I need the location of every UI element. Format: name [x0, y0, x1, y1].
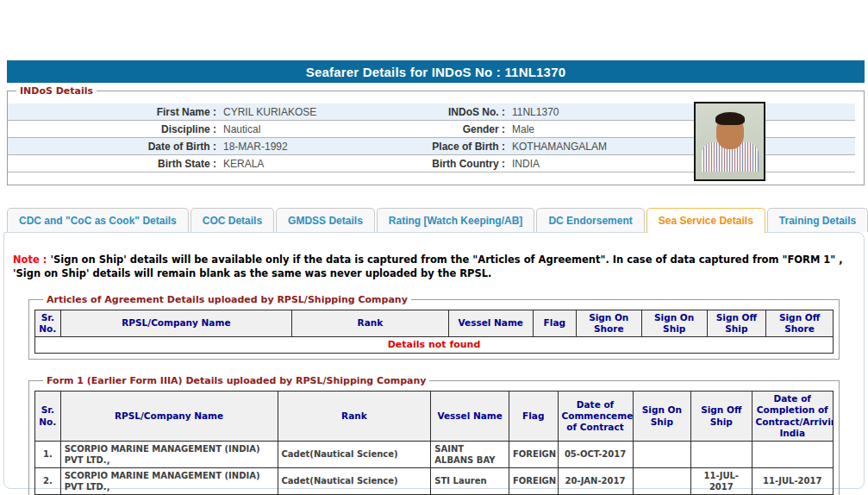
field-label: Discipline :	[8, 123, 223, 135]
tab-gmdss-details[interactable]: GMDSS Details	[276, 208, 375, 232]
articles-table-body: Details not found	[35, 336, 834, 353]
tab-sea-service-details[interactable]: Sea Service Details	[646, 208, 765, 233]
empty-row: Details not found	[35, 336, 834, 353]
field-value: KOTHAMANGALAM	[512, 141, 855, 153]
field-label: Date of Birth :	[8, 141, 223, 153]
column-header: Sign On Ship	[633, 392, 691, 442]
tab-dc-endorsement[interactable]: DC Endorsement	[536, 208, 644, 232]
column-header: Flag	[509, 392, 558, 442]
cell: SAINT ALBANS BAY	[431, 441, 509, 467]
column-header: Flag	[533, 310, 576, 336]
photo-face	[716, 115, 744, 149]
column-header: Vessel Name	[431, 392, 509, 442]
articles-of-agreement-table: Sr. No.RPSL/Company NameRankVessel NameF…	[34, 310, 834, 354]
field-value: CYRIL KURIAKOSE	[223, 106, 400, 118]
cell: Cadet(Nautical Science)	[278, 441, 431, 467]
column-header: Sign On Shore	[576, 310, 641, 336]
table-row: 1.SCORPIO MARINE MANAGEMENT (INDIA) PVT …	[35, 441, 834, 467]
field-value: 11NL1370	[512, 106, 855, 118]
field-label: Birth State :	[8, 158, 223, 170]
column-header: RPSL/Company Name	[60, 310, 292, 336]
cell: 1.	[35, 441, 61, 467]
field-label: Place of Birth :	[400, 141, 512, 153]
empty-message: Details not found	[35, 336, 834, 353]
field-label: Birth Country :	[400, 158, 512, 170]
cell	[752, 441, 834, 467]
column-header: Vessel Name	[448, 310, 533, 336]
field-value: KERALA	[223, 158, 400, 170]
column-header: Date of Commencement of Contract	[558, 392, 633, 442]
cell: 11-JUL-2017	[691, 467, 752, 494]
header-row: Sr. No.RPSL/Company NameRankVessel NameF…	[35, 310, 834, 336]
cell: 11-JUL-2017	[752, 467, 834, 494]
cell	[633, 441, 691, 467]
field-label: First Name :	[8, 106, 223, 118]
column-header: Sign On Ship	[641, 310, 707, 336]
indos-details-legend: INDoS Details	[16, 85, 97, 97]
column-header: Date of Completion of Contract/Arriving …	[752, 392, 834, 442]
column-header: Sign Off Ship	[691, 392, 752, 442]
column-header: Rank	[292, 310, 448, 336]
cell: STI Lauren	[431, 467, 509, 494]
header-row: Sr. No.RPSL/Company NameRankVessel NameF…	[35, 392, 834, 442]
tab-rating-watch-keeping-ab[interactable]: Rating [Watch Keeping/AB]	[377, 208, 535, 232]
field-label: Gender :	[400, 123, 512, 135]
tab-training-details[interactable]: Training Details	[767, 208, 868, 232]
table-row: 2.SCORPIO MARINE MANAGEMENT (INDIA) PVT …	[35, 467, 834, 494]
field-value: Male	[512, 123, 855, 135]
field-label: INDoS No. :	[400, 106, 512, 118]
cell: 2.	[35, 467, 61, 494]
cell: 20-JAN-2017	[558, 467, 633, 494]
tab-cdc-and-coc-as-cook-details[interactable]: CDC and "CoC as Cook" Details	[7, 208, 189, 232]
column-header: Sign Off Shore	[766, 310, 834, 336]
cell: FOREIGN	[509, 467, 558, 494]
articles-of-agreement-section: Articles of Agreement Details uploaded b…	[28, 294, 840, 360]
note-text: Note : 'Sign on Ship' details will be av…	[13, 254, 855, 281]
tab-bar: CDC and "CoC as Cook" DetailsCOC Details…	[7, 208, 868, 232]
articles-table-head: Sr. No.RPSL/Company NameRankVessel NameF…	[35, 310, 834, 336]
tab-content-panel: Note : 'Sign on Ship' details will be av…	[3, 232, 865, 489]
cell: FOREIGN	[509, 441, 558, 467]
seafarer-photo	[694, 102, 765, 181]
field-value: 18-MAR-1992	[223, 141, 400, 153]
note-prefix-label: Note :	[13, 254, 50, 266]
form1-table: Sr. No.RPSL/Company NameRankVessel NameF…	[34, 391, 834, 495]
column-header: RPSL/Company Name	[60, 392, 278, 442]
photo-hair	[715, 112, 745, 125]
form1-table-head: Sr. No.RPSL/Company NameRankVessel NameF…	[35, 392, 834, 442]
field-value: Nautical	[223, 123, 400, 135]
title-bar: Seafarer Details for INDoS No : 11NL1370	[7, 60, 865, 83]
cell	[691, 441, 752, 467]
page: Seafarer Details for INDoS No : 11NL1370…	[0, 0, 868, 489]
column-header: Sr. No.	[35, 392, 61, 442]
form1-section: Form 1 (Earlier Form IIIA) Details uploa…	[28, 375, 840, 495]
cell: 05-OCT-2017	[558, 441, 633, 467]
note-body: 'Sign on Ship' details will be available…	[13, 254, 843, 279]
field-value: INDIA	[512, 158, 855, 170]
column-header: Sr. No.	[35, 310, 61, 336]
cell	[633, 467, 691, 494]
column-header: Sign Off Ship	[707, 310, 766, 336]
cell: SCORPIO MARINE MANAGEMENT (INDIA) PVT LT…	[60, 467, 278, 494]
page-title: Seafarer Details for INDoS No : 11NL1370	[306, 65, 565, 79]
column-header: Rank	[278, 392, 431, 442]
form1-legend: Form 1 (Earlier Form IIIA) Details uploa…	[43, 375, 429, 386]
cell: SCORPIO MARINE MANAGEMENT (INDIA) PVT LT…	[60, 441, 278, 467]
form1-table-body: 1.SCORPIO MARINE MANAGEMENT (INDIA) PVT …	[35, 441, 834, 494]
cell: Cadet(Nautical Science)	[278, 467, 431, 494]
tab-coc-details[interactable]: COC Details	[190, 208, 274, 232]
articles-of-agreement-legend: Articles of Agreement Details uploaded b…	[43, 294, 411, 305]
indos-details-section: INDoS Details First Name :CYRIL KURIAKOS…	[7, 85, 865, 185]
